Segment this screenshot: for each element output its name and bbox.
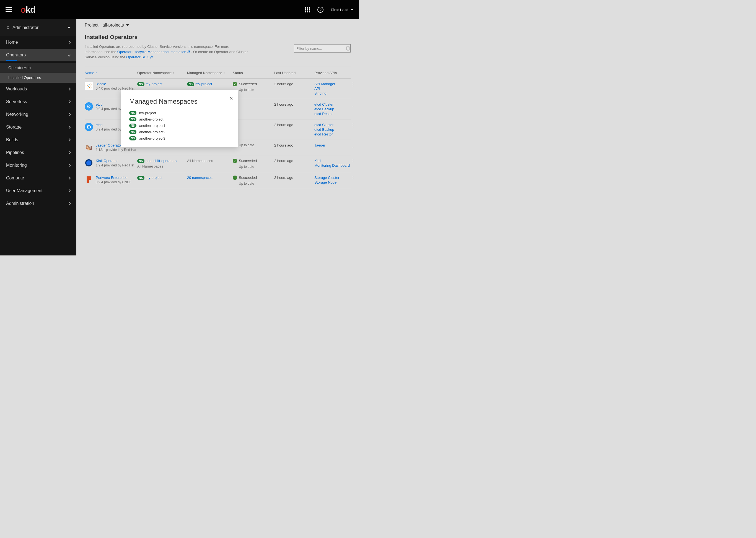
sidebar-item-serverless[interactable]: Serverless: [0, 95, 76, 108]
api-link[interactable]: etcd Backup: [314, 107, 350, 111]
sidebar-item-storage[interactable]: Storage: [0, 121, 76, 134]
namespace-link[interactable]: my-project: [195, 82, 212, 86]
operator-version: 0.9.4 provided by CNCF: [96, 180, 131, 184]
caret-down-icon: [68, 27, 70, 28]
operator-icon: [85, 176, 93, 184]
modal-namespace-item[interactable]: NSmy-project: [129, 111, 230, 115]
operator-name-link[interactable]: 3scale: [96, 82, 134, 86]
provided-apis-cell: etcd Clusteretcd Backupetcd Restor: [314, 102, 350, 116]
status-cell: ✓SucceededUp to date: [233, 82, 274, 92]
svg-point-0: [86, 83, 92, 89]
sidebar-item-home[interactable]: Home: [0, 36, 76, 49]
kebab-menu-button[interactable]: ⋮: [350, 159, 356, 164]
api-link[interactable]: Storage Cluster: [314, 176, 350, 180]
chevron-icon: [68, 87, 71, 90]
operator-icon: ⚙: [85, 123, 93, 131]
api-link[interactable]: etcd Cluster: [314, 123, 350, 127]
chevron-icon: [68, 202, 71, 205]
sidebar-item-networking[interactable]: Networking: [0, 108, 76, 121]
operator-version: 1.9.4 provided by Red Hat: [96, 163, 134, 167]
api-link[interactable]: Monitoring Dashboard: [314, 163, 350, 168]
api-link[interactable]: etcd Backup: [314, 128, 350, 132]
sidebar-item-user-management[interactable]: User Management: [0, 185, 76, 197]
sidebar-item-administration[interactable]: Administration: [0, 197, 76, 210]
olm-doc-link[interactable]: Operator Lifecycle Manager documentation…: [117, 50, 190, 54]
sidebar-sub-installed-operators[interactable]: Installed Operators: [0, 73, 76, 83]
sidebar-item-monitoring[interactable]: Monitoring: [0, 159, 76, 172]
sidebar-item-builds[interactable]: Builds: [0, 134, 76, 146]
col-name[interactable]: Name↑: [85, 71, 137, 75]
sidebar-item-pipelines[interactable]: Pipelines: [0, 146, 76, 159]
modal-namespace-item[interactable]: NSanother-project: [129, 117, 230, 121]
api-link[interactable]: Kiali: [314, 159, 350, 163]
sort-asc-icon: ↑: [95, 71, 97, 74]
sidebar-sub-operatorhub[interactable]: OperatorHub: [0, 63, 76, 73]
logo-kd: kd: [26, 5, 35, 15]
operator-name-link[interactable]: Kiali Operator: [96, 159, 134, 163]
managed-namespace-cell: NSmy-project: [187, 82, 233, 86]
api-link[interactable]: API Manager: [314, 82, 350, 86]
project-selector[interactable]: all-projects: [102, 23, 129, 27]
filter-input[interactable]: [294, 44, 350, 53]
perspective-switcher[interactable]: ⚙ Administrator: [0, 19, 76, 36]
svg-point-4: [88, 86, 89, 87]
col-last-updated: Last Updated: [274, 71, 314, 75]
namespace-link[interactable]: my-project: [146, 82, 162, 86]
namespace-link[interactable]: 20 namespaces: [187, 176, 213, 180]
operator-name-link[interactable]: Portworx Enterprise: [96, 176, 131, 180]
api-link[interactable]: etcd Restor: [314, 112, 350, 116]
provided-apis-cell: etcd Clusteretcd Backupetcd Restor: [314, 123, 350, 136]
last-updated-cell: 2 hours ago: [274, 143, 314, 147]
modal-namespace-item[interactable]: NSanother-project2: [129, 130, 230, 134]
provided-apis-cell: Jaeger: [314, 143, 350, 147]
table-header: Name↑ Operator Namespace↕ Managed Namesp…: [85, 67, 350, 79]
menu-toggle-button[interactable]: [6, 7, 12, 12]
operator-icon: [85, 82, 93, 90]
kebab-menu-button[interactable]: ⋮: [350, 176, 356, 181]
user-menu[interactable]: First Last: [331, 8, 353, 12]
chevron-icon: [68, 151, 71, 154]
modal-namespace-item[interactable]: NSanother-project1: [129, 124, 230, 128]
operator-version: 1.13.1 provided by Red Hat: [96, 148, 136, 152]
sidebar-item-operators[interactable]: Operators: [0, 49, 76, 61]
api-link[interactable]: API: [314, 86, 350, 91]
api-link[interactable]: etcd Cluster: [314, 102, 350, 106]
sidebar-item-compute[interactable]: Compute: [0, 172, 76, 185]
last-updated-cell: 2 hours ago: [274, 102, 314, 106]
api-link[interactable]: etcd Restor: [314, 132, 350, 136]
status-cell: ✓SucceededUp to date: [233, 159, 274, 169]
last-updated-cell: 2 hours ago: [274, 176, 314, 180]
check-circle-icon: ✓: [233, 82, 237, 86]
kebab-menu-button[interactable]: ⋮: [350, 82, 356, 87]
namespace-link[interactable]: my-project: [146, 176, 162, 180]
api-link[interactable]: Jaeger: [314, 143, 350, 147]
sidebar-item-workloads[interactable]: Workloads: [0, 83, 76, 95]
api-link[interactable]: Binding: [314, 91, 350, 95]
namespace-link[interactable]: openshift-operators: [146, 159, 176, 163]
operator-sdk-link[interactable]: Operator SDK🡵: [126, 55, 153, 59]
ns-badge: NS: [137, 159, 145, 163]
svg-point-1: [87, 84, 88, 85]
help-icon[interactable]: ?: [317, 7, 324, 13]
provided-apis-cell: API ManagerAPIBinding: [314, 82, 350, 95]
external-link-icon: 🡵: [187, 50, 190, 54]
table-row: Portworx Enterprise0.9.4 provided by CNC…: [85, 172, 350, 189]
last-updated-cell: 2 hours ago: [274, 123, 314, 127]
modal-close-button[interactable]: ×: [229, 95, 233, 102]
api-link[interactable]: Storage Node: [314, 180, 350, 185]
last-updated-cell: 2 hours ago: [274, 82, 314, 86]
table-row: Kiali Operator1.9.4 provided by Red HatN…: [85, 155, 350, 172]
modal-namespace-item[interactable]: NSanother-project3: [129, 136, 230, 140]
okd-logo: okd: [21, 5, 35, 15]
kebab-menu-button[interactable]: ⋮: [350, 123, 356, 128]
operator-icon: 🐿️: [85, 143, 93, 151]
sidebar: ⚙ Administrator HomeOperatorsOperatorHub…: [0, 19, 76, 255]
app-launcher-icon[interactable]: [305, 7, 310, 13]
col-operator-namespace[interactable]: Operator Namespace↕: [137, 71, 187, 75]
kebab-menu-button[interactable]: ⋮: [350, 143, 356, 148]
caret-down-icon: [126, 24, 129, 26]
kebab-menu-button[interactable]: ⋮: [350, 102, 356, 107]
namespace-link: All Namespaces: [187, 159, 213, 163]
filter-shortcut-hint: /: [346, 46, 349, 51]
col-managed-namespace[interactable]: Managed Namespace↕: [187, 71, 233, 75]
